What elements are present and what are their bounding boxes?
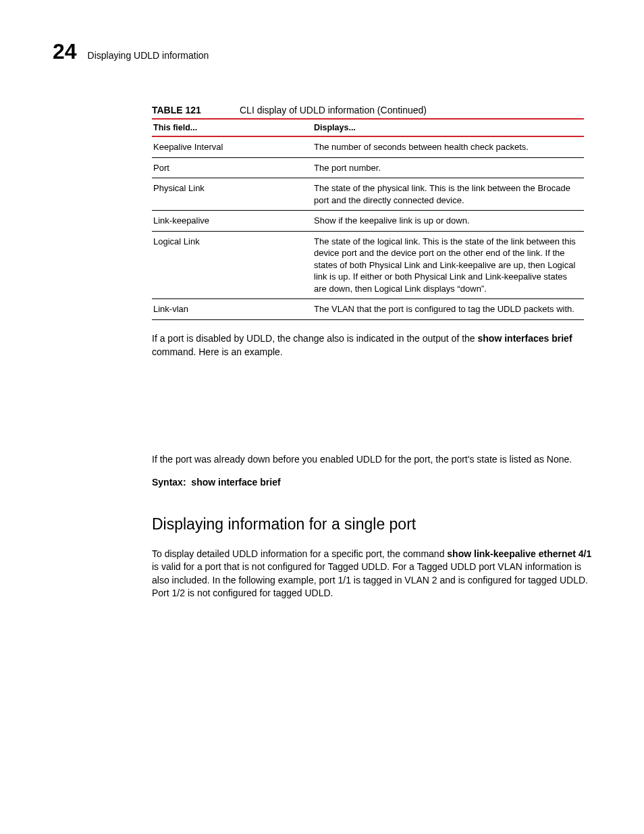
cell-field: Port bbox=[152, 157, 313, 178]
section-heading: Displaying information for a single port bbox=[152, 513, 594, 535]
table-caption: TABLE 121 CLI display of UDLD informatio… bbox=[152, 105, 584, 120]
text: To display detailed UDLD information for… bbox=[152, 548, 447, 559]
cell-desc: The VLAN that the port is configured to … bbox=[313, 299, 584, 320]
table-row: Physical Link The state of the physical … bbox=[152, 178, 584, 211]
header-title: Displaying UDLD information bbox=[88, 50, 209, 61]
body-content: If a port is disabled by UDLD, the chang… bbox=[152, 332, 594, 600]
table-title: CLI display of UDLD information (Continu… bbox=[240, 105, 427, 115]
cell-field: Link-vlan bbox=[152, 299, 313, 320]
cell-desc: The port number. bbox=[313, 157, 584, 178]
paragraph: If the port was already down before you … bbox=[152, 453, 594, 467]
table-row: Keepalive Interval The number of seconds… bbox=[152, 136, 584, 157]
chapter-number: 24 bbox=[53, 39, 77, 64]
cell-desc: Show if the keepalive link is up or down… bbox=[313, 211, 584, 232]
col-header-displays: Displays... bbox=[313, 120, 584, 136]
table-row: Link-vlan The VLAN that the port is conf… bbox=[152, 299, 584, 320]
text: If a port is disabled by UDLD, the chang… bbox=[152, 333, 478, 344]
text: command. Here is an example. bbox=[152, 346, 283, 357]
cell-field: Logical Link bbox=[152, 231, 313, 299]
cell-field: Link-keepalive bbox=[152, 211, 313, 232]
cell-desc: The state of the logical link. This is t… bbox=[313, 231, 584, 299]
command-text: show interfaces brief bbox=[478, 333, 572, 344]
table-label: TABLE 121 bbox=[152, 105, 240, 115]
paragraph: If a port is disabled by UDLD, the chang… bbox=[152, 332, 594, 359]
table-121: TABLE 121 CLI display of UDLD informatio… bbox=[152, 105, 584, 320]
paragraph: To display detailed UDLD information for… bbox=[152, 548, 594, 600]
cell-field: Physical Link bbox=[152, 178, 313, 211]
page-header: 24 Displaying UDLD information bbox=[53, 39, 591, 64]
cell-field: Keepalive Interval bbox=[152, 136, 313, 157]
table-row: Logical Link The state of the logical li… bbox=[152, 231, 584, 299]
command-text: show link-keepalive ethernet 4/1 bbox=[447, 548, 591, 559]
table-row: Link-keepalive Show if the keepalive lin… bbox=[152, 211, 584, 232]
cell-desc: The state of the physical link. This is … bbox=[313, 178, 584, 211]
document-page: 24 Displaying UDLD information TABLE 121… bbox=[0, 0, 644, 641]
col-header-field: This field... bbox=[152, 120, 313, 136]
cell-desc: The number of seconds between health che… bbox=[313, 136, 584, 157]
syntax-line: Syntax: show interface brief bbox=[152, 476, 594, 490]
udld-fields-table: This field... Displays... Keepalive Inte… bbox=[152, 120, 584, 320]
table-row: Port The port number. bbox=[152, 157, 584, 178]
text: is valid for a port that is not configur… bbox=[152, 561, 588, 598]
